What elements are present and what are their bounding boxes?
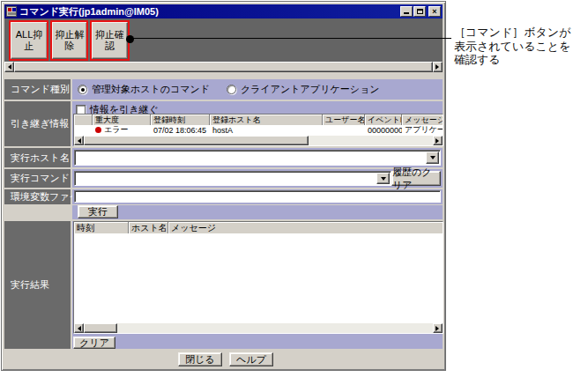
results-table[interactable]: 時刻 ホスト名 メッセージ [73, 221, 443, 334]
scroll-right-button[interactable] [433, 136, 443, 145]
row-env-file: 環境変数ファイル [4, 189, 443, 204]
help-button[interactable]: ヘルプ [229, 352, 273, 366]
env-file-input[interactable] [74, 190, 441, 203]
minimize-button[interactable] [400, 6, 413, 17]
callout-dot [126, 35, 134, 43]
results-table-scrollbar[interactable] [74, 323, 443, 333]
callout-line-2: 表示されていることを [454, 40, 586, 54]
maximize-button[interactable] [413, 6, 426, 17]
scroll-left-button[interactable] [74, 136, 84, 145]
callout-leader-line [132, 38, 451, 39]
arrow-left-icon [75, 138, 81, 144]
annotation-box-3 [90, 20, 130, 61]
cell-user [323, 125, 365, 135]
results-table-header: 時刻 ホスト名 メッセージ [74, 222, 443, 233]
error-severity-icon [95, 127, 101, 133]
results-label: 実行結果 [4, 221, 71, 349]
col-event-id: イベントID [365, 115, 402, 125]
radio-managed-host-command[interactable] [78, 85, 87, 94]
row-exec-command: 実行コマンド 履歴のクリア [4, 169, 443, 188]
scroll-left-button[interactable] [74, 323, 84, 333]
col-time: 時刻 [74, 222, 129, 233]
exec-host-label: 実行ホスト名 [4, 148, 71, 167]
exec-command-combobox[interactable] [74, 171, 391, 186]
cell-severity: エラー [104, 125, 128, 135]
row-exec-host: 実行ホスト名 [4, 148, 443, 167]
col-reg-host: 登録ホスト名 [210, 115, 323, 125]
exec-host-dropdown-button[interactable] [426, 152, 439, 164]
close-icon: × [432, 8, 436, 16]
col-message: メッセージ [168, 222, 443, 233]
close-button[interactable]: 閉じる [178, 352, 222, 366]
inherit-event-table-header: 重大度 登録時刻 登録ホスト名 ユーザー名 イベントID メッセージ [74, 115, 443, 125]
arrow-left-icon [5, 64, 11, 70]
minimize-icon [404, 12, 409, 14]
arrow-left-icon [75, 326, 81, 331]
inherit-event-table[interactable]: 重大度 登録時刻 登録ホスト名 ユーザー名 イベントID メッセージ エラー 0… [73, 114, 443, 146]
titlebar[interactable]: コマンド実行(jp1admin@IM05) × [4, 4, 443, 18]
app-icon [6, 6, 17, 17]
results-table-body [74, 233, 443, 323]
annotation-box-2 [50, 20, 88, 61]
annotation-box-1 [9, 20, 48, 61]
col-severity: 重大度 [93, 115, 151, 125]
cell-event-id: 00000000 [365, 125, 402, 135]
scroll-right-button[interactable] [433, 62, 443, 72]
radio-client-application-label: クライアントアプリケーション [241, 83, 379, 96]
clear-history-button[interactable]: 履歴のクリア [391, 171, 441, 186]
toolbar-scrollbar[interactable] [4, 62, 443, 72]
radio-managed-host-command-label: 管理対象ホストのコマンド [92, 83, 210, 96]
execute-row-spacer [4, 205, 71, 219]
command-execution-dialog: コマンド実行(jp1admin@IM05) × ALL抑止 抑止解除 抑止確認 … [1, 1, 446, 371]
arrow-right-icon [435, 64, 442, 70]
callout-line-1: ［コマンド］ボタンが [454, 26, 586, 40]
inherit-table-scrollbar[interactable] [74, 136, 443, 145]
cell-host: hostA [210, 125, 323, 135]
chevron-down-icon [381, 177, 386, 183]
scroll-right-button[interactable] [433, 323, 443, 333]
col-user: ユーザー名 [323, 115, 365, 125]
inherit-info-label: 引き継ぎ情報 [4, 101, 71, 146]
inherit-scrollbar-thumb[interactable] [84, 136, 309, 145]
toolbar-scrollbar-thumb[interactable] [14, 62, 433, 72]
footer: 閉じる ヘルプ [4, 349, 443, 369]
arrow-right-icon [435, 138, 442, 144]
arrow-right-icon [435, 326, 442, 331]
row-results: 実行結果 時刻 ホスト名 メッセージ クリア [4, 221, 443, 349]
exec-command-label: 実行コマンド [4, 169, 71, 188]
col-host: ホスト名 [129, 222, 168, 233]
row-inherit-info: 引き継ぎ情報 情報を引き継ぐ 重大度 登録時刻 登録ホスト名 ユーザー名 イベン… [4, 101, 443, 146]
window-title: コマンド実行(jp1admin@IM05) [19, 5, 399, 18]
exec-command-dropdown-button[interactable] [376, 173, 390, 184]
close-window-button[interactable]: × [428, 6, 441, 17]
cell-time: 07/02 18:06:45 [151, 125, 210, 135]
results-scrollbar-thumb[interactable] [84, 323, 117, 333]
col-reg-time: 登録時刻 [151, 115, 210, 125]
exec-host-combobox[interactable] [74, 150, 441, 166]
execute-button[interactable]: 実行 [78, 205, 118, 218]
inherit-event-row[interactable]: エラー 07/02 18:06:45 hostA 00000000 アプリケーシ [74, 125, 443, 135]
command-type-label: コマンド種別 [4, 79, 71, 100]
radio-client-application[interactable] [227, 85, 236, 94]
scroll-left-button[interactable] [4, 62, 14, 72]
row-execute: 実行 [4, 205, 443, 219]
maximize-icon [417, 9, 423, 14]
col-blank [74, 115, 93, 125]
chevron-down-icon [430, 156, 435, 162]
clear-results-button[interactable]: クリア [73, 336, 115, 349]
cell-message: アプリケーシ [402, 125, 443, 135]
row-command-type: コマンド種別 管理対象ホストのコマンド クライアントアプリケーション [4, 79, 443, 100]
callout-note: ［コマンド］ボタンが 表示されていることを 確認する [454, 26, 586, 67]
env-file-label: 環境変数ファイル [4, 189, 71, 204]
col-message: メッセージ [402, 115, 443, 125]
callout-line-3: 確認する [454, 53, 586, 67]
